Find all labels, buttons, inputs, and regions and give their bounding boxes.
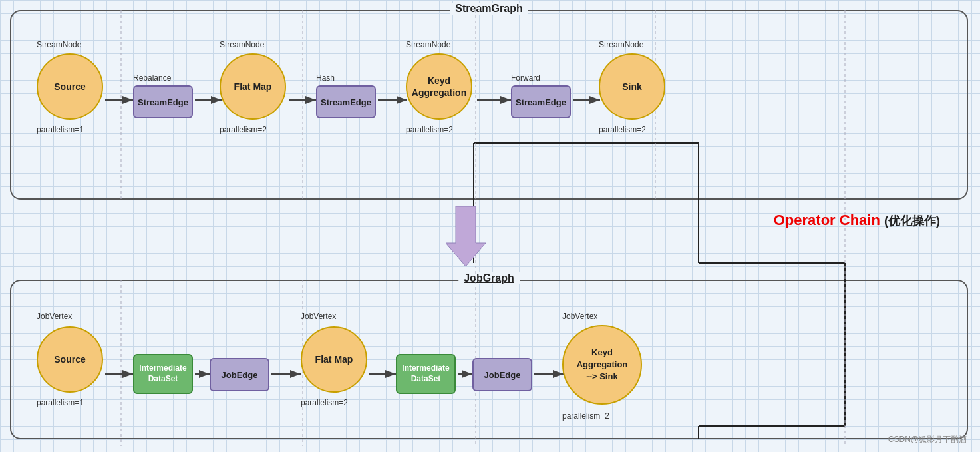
job-keyd-text: Keyd Aggregation --> Sink (577, 347, 628, 383)
job-source-node: Source (37, 326, 103, 393)
job-ds2-node: Intermediate DataSet (396, 354, 456, 394)
job-edge1-node: JobEdge (210, 358, 269, 391)
stream-source-text: Source (54, 81, 85, 92)
stream-edge2-text: StreamEdge (321, 97, 371, 107)
job-ds1-text: Intermediate DataSet (139, 363, 186, 384)
stream-source-label-top: StreamNode (37, 40, 81, 49)
stream-sink-text: Sink (622, 81, 642, 92)
stream-keyd-node: Keyd Aggregation (406, 53, 472, 120)
job-graph-title: JobGraph (458, 272, 520, 284)
stream-edge1-node: StreamEdge (133, 85, 193, 118)
job-edge2-node: JobEdge (472, 358, 532, 391)
stream-source-parallelism: parallelism=1 (37, 125, 84, 134)
stream-edge1-text: StreamEdge (138, 97, 188, 107)
stream-sink-node: Sink (599, 53, 665, 120)
stream-flatmap-text: Flat Map (234, 81, 272, 92)
operator-chain-red-text: Operator Chain (774, 212, 880, 228)
operator-chain-label: Operator Chain (优化操作) (774, 212, 940, 229)
job-source-text: Source (54, 354, 85, 365)
stream-source-node: Source (37, 53, 103, 120)
job-edge2-text: JobEdge (484, 370, 521, 380)
stream-edge2-node: StreamEdge (316, 85, 376, 118)
job-flatmap-text: Flat Map (315, 354, 353, 365)
job-ds2-text: Intermediate DataSet (402, 363, 449, 384)
job-edge1-text: JobEdge (222, 370, 258, 380)
watermark: CSDN@狐影月下酌酒 (888, 434, 967, 445)
stream-edge3-text: StreamEdge (516, 97, 566, 107)
operator-chain-suffix: (优化操作) (884, 214, 940, 228)
big-down-arrow (446, 206, 486, 266)
stream-graph-title: StreamGraph (450, 3, 528, 15)
job-keyd-node: Keyd Aggregation --> Sink (562, 325, 642, 405)
canvas: StreamGraph JobGraph (0, 0, 980, 452)
job-flatmap-node: Flat Map (301, 326, 367, 393)
stream-flatmap-node: Flat Map (220, 53, 286, 120)
job-ds1-node: Intermediate DataSet (133, 354, 193, 394)
stream-keyd-text: Keyd Aggregation (412, 75, 466, 99)
stream-edge3-node: StreamEdge (511, 85, 571, 118)
svg-marker-30 (446, 206, 486, 266)
